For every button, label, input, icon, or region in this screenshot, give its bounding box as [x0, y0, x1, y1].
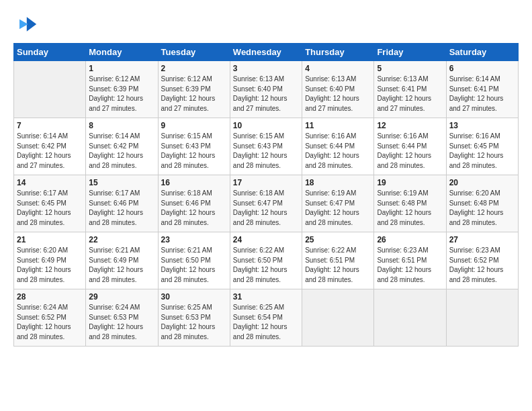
calendar-cell: [302, 289, 374, 347]
day-number: 14: [17, 178, 83, 187]
day-detail: Sunrise: 6:17 AM Sunset: 6:46 PM Dayligh…: [89, 189, 154, 228]
day-number: 12: [377, 121, 443, 130]
calendar-cell: [446, 289, 518, 347]
day-detail: Sunrise: 6:14 AM Sunset: 6:42 PM Dayligh…: [89, 132, 154, 171]
calendar-cell: 24Sunrise: 6:22 AM Sunset: 6:50 PM Dayli…: [230, 232, 302, 289]
calendar-cell: 25Sunrise: 6:22 AM Sunset: 6:51 PM Dayli…: [302, 232, 374, 289]
day-number: 16: [161, 178, 227, 187]
calendar-cell: 4Sunrise: 6:13 AM Sunset: 6:40 PM Daylig…: [302, 61, 374, 118]
day-number: 28: [17, 292, 83, 302]
calendar-cell: 30Sunrise: 6:25 AM Sunset: 6:53 PM Dayli…: [158, 289, 230, 347]
day-detail: Sunrise: 6:12 AM Sunset: 6:39 PM Dayligh…: [89, 75, 154, 113]
day-number: 21: [17, 235, 83, 244]
day-number: 10: [233, 121, 299, 130]
calendar-cell: 14Sunrise: 6:17 AM Sunset: 6:45 PM Dayli…: [14, 175, 86, 232]
day-number: 7: [17, 121, 83, 130]
day-detail: Sunrise: 6:21 AM Sunset: 6:50 PM Dayligh…: [161, 246, 227, 285]
day-number: 15: [89, 178, 154, 187]
page: SundayMondayTuesdayWednesdayThursdayFrid…: [0, 0, 532, 411]
day-detail: Sunrise: 6:19 AM Sunset: 6:48 PM Dayligh…: [377, 189, 443, 228]
calendar-cell: 31Sunrise: 6:25 AM Sunset: 6:54 PM Dayli…: [230, 289, 302, 347]
day-detail: Sunrise: 6:13 AM Sunset: 6:40 PM Dayligh…: [233, 75, 299, 113]
day-detail: Sunrise: 6:16 AM Sunset: 6:44 PM Dayligh…: [377, 132, 443, 171]
calendar-cell: 8Sunrise: 6:14 AM Sunset: 6:42 PM Daylig…: [86, 118, 158, 175]
calendar-table: SundayMondayTuesdayWednesdayThursdayFrid…: [13, 43, 519, 347]
day-detail: Sunrise: 6:22 AM Sunset: 6:50 PM Dayligh…: [233, 246, 299, 285]
day-number: 6: [449, 64, 515, 73]
calendar-week-row: 14Sunrise: 6:17 AM Sunset: 6:45 PM Dayli…: [14, 175, 519, 232]
day-detail: Sunrise: 6:16 AM Sunset: 6:44 PM Dayligh…: [305, 132, 371, 171]
day-number: 19: [377, 178, 443, 187]
day-number: 1: [89, 64, 154, 73]
calendar-cell: 10Sunrise: 6:15 AM Sunset: 6:43 PM Dayli…: [230, 118, 302, 175]
logo-icon: [13, 12, 38, 36]
day-number: 5: [377, 64, 443, 73]
day-number: 26: [377, 235, 443, 244]
day-number: 25: [305, 235, 371, 244]
calendar-cell: 23Sunrise: 6:21 AM Sunset: 6:50 PM Dayli…: [158, 232, 230, 289]
day-detail: Sunrise: 6:20 AM Sunset: 6:48 PM Dayligh…: [449, 189, 515, 228]
day-number: 9: [161, 121, 227, 130]
day-number: 29: [89, 292, 154, 302]
day-detail: Sunrise: 6:21 AM Sunset: 6:49 PM Dayligh…: [89, 246, 154, 285]
day-detail: Sunrise: 6:23 AM Sunset: 6:52 PM Dayligh…: [449, 246, 515, 285]
day-number: 24: [233, 235, 299, 244]
day-of-week-header: Friday: [374, 44, 446, 61]
header: [13, 12, 519, 36]
day-detail: Sunrise: 6:13 AM Sunset: 6:40 PM Dayligh…: [305, 75, 371, 113]
day-detail: Sunrise: 6:12 AM Sunset: 6:39 PM Dayligh…: [161, 75, 227, 113]
day-detail: Sunrise: 6:22 AM Sunset: 6:51 PM Dayligh…: [305, 246, 371, 285]
day-detail: Sunrise: 6:18 AM Sunset: 6:46 PM Dayligh…: [161, 189, 227, 228]
day-number: 20: [449, 178, 515, 187]
day-detail: Sunrise: 6:16 AM Sunset: 6:45 PM Dayligh…: [449, 132, 515, 171]
day-detail: Sunrise: 6:19 AM Sunset: 6:47 PM Dayligh…: [305, 189, 371, 228]
day-detail: Sunrise: 6:14 AM Sunset: 6:42 PM Dayligh…: [17, 132, 83, 171]
calendar-cell: 3Sunrise: 6:13 AM Sunset: 6:40 PM Daylig…: [230, 61, 302, 118]
calendar-cell: 13Sunrise: 6:16 AM Sunset: 6:45 PM Dayli…: [446, 118, 518, 175]
day-number: 22: [89, 235, 154, 244]
day-number: 30: [161, 292, 227, 302]
day-detail: Sunrise: 6:24 AM Sunset: 6:53 PM Dayligh…: [89, 303, 154, 342]
day-detail: Sunrise: 6:14 AM Sunset: 6:41 PM Dayligh…: [449, 75, 515, 113]
calendar-cell: 5Sunrise: 6:13 AM Sunset: 6:41 PM Daylig…: [374, 61, 446, 118]
calendar-week-row: 7Sunrise: 6:14 AM Sunset: 6:42 PM Daylig…: [14, 118, 519, 175]
calendar-cell: 16Sunrise: 6:18 AM Sunset: 6:46 PM Dayli…: [158, 175, 230, 232]
calendar-header-row: SundayMondayTuesdayWednesdayThursdayFrid…: [14, 44, 519, 61]
day-detail: Sunrise: 6:15 AM Sunset: 6:43 PM Dayligh…: [161, 132, 227, 171]
day-number: 27: [449, 235, 515, 244]
calendar-cell: [374, 289, 446, 347]
day-number: 13: [449, 121, 515, 130]
calendar-cell: 2Sunrise: 6:12 AM Sunset: 6:39 PM Daylig…: [158, 61, 230, 118]
day-number: 3: [233, 64, 299, 73]
calendar-cell: 21Sunrise: 6:20 AM Sunset: 6:49 PM Dayli…: [14, 232, 86, 289]
calendar-week-row: 21Sunrise: 6:20 AM Sunset: 6:49 PM Dayli…: [14, 232, 519, 289]
day-detail: Sunrise: 6:24 AM Sunset: 6:52 PM Dayligh…: [17, 303, 83, 342]
calendar-cell: 1Sunrise: 6:12 AM Sunset: 6:39 PM Daylig…: [86, 61, 158, 118]
calendar-cell: 22Sunrise: 6:21 AM Sunset: 6:49 PM Dayli…: [86, 232, 158, 289]
day-detail: Sunrise: 6:17 AM Sunset: 6:45 PM Dayligh…: [17, 189, 83, 228]
calendar-cell: 20Sunrise: 6:20 AM Sunset: 6:48 PM Dayli…: [446, 175, 518, 232]
day-of-week-header: Monday: [86, 44, 158, 61]
calendar-cell: 29Sunrise: 6:24 AM Sunset: 6:53 PM Dayli…: [86, 289, 158, 347]
day-detail: Sunrise: 6:13 AM Sunset: 6:41 PM Dayligh…: [377, 75, 443, 113]
day-number: 31: [233, 292, 299, 302]
calendar-cell: 6Sunrise: 6:14 AM Sunset: 6:41 PM Daylig…: [446, 61, 518, 118]
calendar-cell: 11Sunrise: 6:16 AM Sunset: 6:44 PM Dayli…: [302, 118, 374, 175]
day-detail: Sunrise: 6:23 AM Sunset: 6:51 PM Dayligh…: [377, 246, 443, 285]
calendar-cell: 18Sunrise: 6:19 AM Sunset: 6:47 PM Dayli…: [302, 175, 374, 232]
calendar-cell: 19Sunrise: 6:19 AM Sunset: 6:48 PM Dayli…: [374, 175, 446, 232]
calendar-week-row: 1Sunrise: 6:12 AM Sunset: 6:39 PM Daylig…: [14, 61, 519, 118]
day-of-week-header: Wednesday: [230, 44, 302, 61]
day-number: 8: [89, 121, 154, 130]
calendar-cell: 17Sunrise: 6:18 AM Sunset: 6:47 PM Dayli…: [230, 175, 302, 232]
day-of-week-header: Tuesday: [158, 44, 230, 61]
day-detail: Sunrise: 6:18 AM Sunset: 6:47 PM Dayligh…: [233, 189, 299, 228]
calendar-cell: 27Sunrise: 6:23 AM Sunset: 6:52 PM Dayli…: [446, 232, 518, 289]
day-detail: Sunrise: 6:25 AM Sunset: 6:54 PM Dayligh…: [233, 303, 299, 342]
calendar-cell: [14, 61, 86, 118]
calendar-week-row: 28Sunrise: 6:24 AM Sunset: 6:52 PM Dayli…: [14, 289, 519, 347]
day-of-week-header: Thursday: [302, 44, 374, 61]
day-of-week-header: Sunday: [14, 44, 86, 61]
day-number: 11: [305, 121, 371, 130]
calendar-cell: 9Sunrise: 6:15 AM Sunset: 6:43 PM Daylig…: [158, 118, 230, 175]
